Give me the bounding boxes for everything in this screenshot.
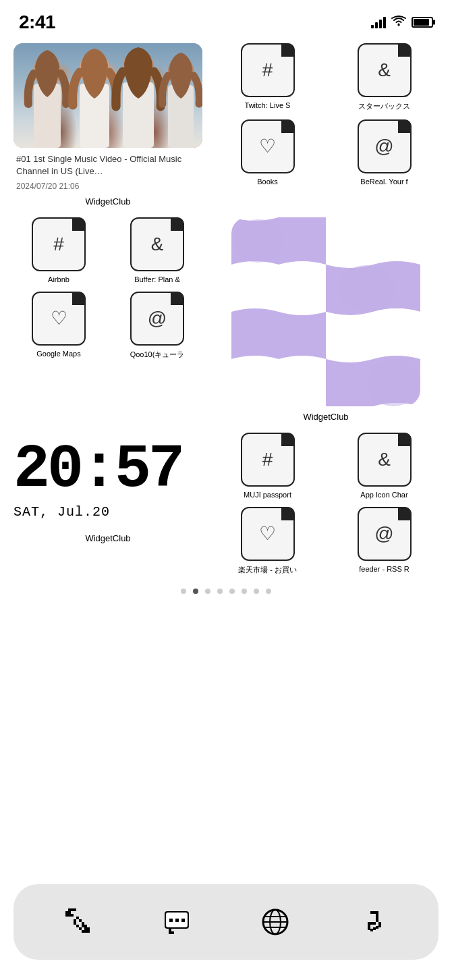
clock-source: WidgetClub — [13, 533, 202, 543]
video-widget[interactable]: #01 1st Single Music Video - Official Mu… — [13, 43, 202, 207]
dot-3[interactable] — [217, 589, 223, 594]
app-label-appiconchar: App Icon Char — [360, 491, 407, 499]
app-item-qoo10[interactable]: @ Qoo10(キューラ — [112, 292, 202, 360]
svg-rect-55 — [376, 917, 378, 919]
app-label-twitch: Twitch: Live S — [245, 101, 291, 109]
checker-widget[interactable]: WidgetClub — [213, 217, 439, 422]
svg-rect-64 — [376, 926, 378, 929]
app-label-qoo10: Qoo10(キューラ — [130, 350, 185, 360]
app-icon-airbnb[interactable]: # — [32, 217, 86, 271]
heart-icon-2: ♡ — [51, 309, 67, 328]
video-title: #01 1st Single Music Video - Official Mu… — [16, 153, 200, 178]
status-bar: 2:41 — [0, 0, 452, 36]
app-icon-appiconchar[interactable]: & — [358, 433, 412, 487]
hash-icon-3: # — [262, 450, 273, 469]
row1: #01 1st Single Music Video - Official Mu… — [13, 43, 439, 207]
svg-rect-62 — [370, 929, 373, 931]
app-item-airbnb[interactable]: # Airbnb — [13, 217, 104, 283]
svg-rect-20 — [68, 911, 71, 914]
at-icon-2: @ — [148, 309, 167, 328]
ampersand-icon-2: & — [151, 235, 164, 254]
clock-date: SAT, Jul.20 — [13, 504, 202, 520]
phone-icon — [64, 907, 94, 937]
app-label-feeder: feeder - RSS R — [359, 565, 409, 573]
dot-5[interactable] — [242, 589, 247, 594]
dock-phone[interactable] — [52, 895, 106, 949]
app-item-googlemaps[interactable]: ♡ Google Maps — [13, 292, 104, 360]
page-dots — [13, 589, 439, 594]
app-item-buffer[interactable]: & Buffer: Plan & — [112, 217, 202, 283]
app-item-rakuten[interactable]: ♡ 楽天市場 - お買い — [213, 507, 322, 575]
app-label-muji: MUJI passport — [244, 491, 291, 499]
app-icon-googlemaps[interactable]: ♡ — [32, 292, 86, 346]
app-item-starbucks[interactable]: & スターバックス — [330, 43, 439, 111]
dock-messages[interactable] — [150, 895, 204, 949]
svg-rect-57 — [373, 922, 376, 925]
video-info: #01 1st Single Music Video - Official Mu… — [13, 153, 202, 191]
app-label-books: Books — [257, 178, 278, 186]
app-icon-muji[interactable]: # — [241, 433, 295, 487]
status-icons — [371, 16, 433, 30]
svg-rect-63 — [373, 927, 376, 930]
app-item-feeder[interactable]: @ feeder - RSS R — [330, 507, 439, 575]
svg-rect-42 — [181, 919, 185, 922]
svg-rect-51 — [370, 911, 373, 914]
clock-time: 20:57 — [13, 439, 202, 500]
checkerboard-svg — [231, 217, 420, 406]
messages-icon — [162, 907, 192, 937]
app-icon-books[interactable]: ♡ — [241, 119, 295, 173]
dot-1[interactable] — [193, 589, 198, 594]
dock-safari[interactable] — [248, 895, 302, 949]
at-icon-3: @ — [374, 524, 393, 543]
app-item-muji[interactable]: # MUJI passport — [213, 433, 322, 499]
app-icon-qoo10[interactable]: @ — [130, 292, 184, 346]
video-source: WidgetClub — [13, 196, 202, 207]
row3: 20:57 SAT, Jul.20 WidgetClub # MUJI pass… — [13, 433, 439, 575]
main-content: #01 1st Single Music Video - Official Mu… — [0, 36, 452, 594]
svg-rect-36 — [74, 922, 76, 925]
video-thumbnail — [13, 43, 202, 148]
svg-rect-31 — [87, 930, 90, 933]
video-date: 2024/07/20 21:06 — [16, 182, 200, 191]
status-time: 2:41 — [19, 11, 55, 33]
dot-4[interactable] — [229, 589, 235, 594]
svg-rect-26 — [82, 922, 84, 925]
svg-rect-21 — [65, 914, 68, 917]
app-item-appiconchar[interactable]: & App Icon Char — [330, 433, 439, 499]
svg-rect-30 — [87, 927, 90, 930]
dock-music[interactable] — [346, 895, 400, 949]
dot-0[interactable] — [181, 589, 186, 594]
row2-icons: # Airbnb & Buffer: Plan & ♡ Google Maps — [13, 217, 202, 360]
app-icon-bereal[interactable]: @ — [358, 119, 412, 173]
svg-point-14 — [262, 315, 309, 356]
battery-icon — [412, 17, 433, 28]
svg-rect-61 — [368, 927, 370, 930]
app-item-bereal[interactable]: @ BeReal. Your f — [330, 119, 439, 186]
app-item-books[interactable]: ♡ Books — [213, 119, 322, 186]
music-icon — [358, 907, 388, 937]
at-icon: @ — [374, 137, 393, 156]
clock-widget[interactable]: 20:57 SAT, Jul.20 WidgetClub — [13, 433, 202, 543]
app-icon-starbucks[interactable]: & — [358, 43, 412, 97]
app-icon-rakuten[interactable]: ♡ — [241, 507, 295, 561]
svg-point-0 — [398, 24, 400, 26]
svg-rect-40 — [169, 919, 173, 922]
app-icon-buffer[interactable]: & — [130, 217, 184, 271]
dot-7[interactable] — [266, 589, 271, 594]
svg-rect-29 — [84, 927, 87, 930]
hash-icon-2: # — [53, 235, 64, 254]
svg-rect-25 — [79, 919, 82, 922]
app-icon-twitch[interactable]: # — [241, 43, 295, 97]
dot-6[interactable] — [254, 589, 259, 594]
svg-rect-44 — [169, 931, 171, 934]
dot-2[interactable] — [205, 589, 210, 594]
app-icon-feeder[interactable]: @ — [358, 507, 412, 561]
app-item-twitch[interactable]: # Twitch: Live S — [213, 43, 322, 111]
svg-rect-16 — [68, 908, 71, 911]
svg-rect-19 — [65, 911, 68, 914]
svg-rect-27 — [82, 925, 84, 927]
svg-rect-33 — [82, 930, 84, 933]
svg-rect-28 — [84, 925, 87, 927]
svg-rect-56 — [376, 919, 378, 922]
svg-point-13 — [338, 265, 395, 311]
